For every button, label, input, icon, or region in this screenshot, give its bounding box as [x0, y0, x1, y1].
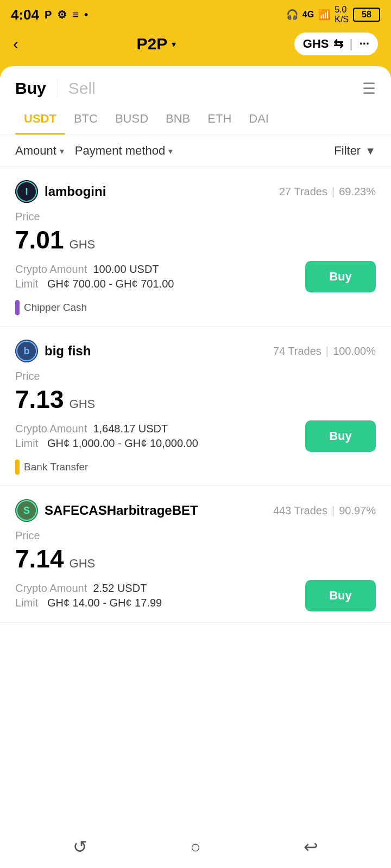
tab-sell[interactable]: Sell	[57, 79, 96, 98]
avatar-safecash: S	[15, 499, 38, 522]
nav-home-icon[interactable]: ○	[190, 837, 200, 857]
price-currency-bigfish: GHS	[70, 397, 96, 411]
filter-funnel-icon: ▼	[365, 145, 376, 157]
header-center: P2P ▾	[137, 35, 176, 53]
tab-usdt[interactable]: USDT	[15, 106, 65, 135]
status-bar: 4:04 P ⚙ ≡ • 🎧 4G 📶 5.0K/S 58	[0, 0, 391, 27]
payment-tag-lambogini: Chipper Cash	[15, 300, 376, 315]
amount-filter-label: Amount	[15, 144, 56, 158]
list-view-icon[interactable]: ☰	[362, 80, 376, 98]
nav-back-icon[interactable]: ↺	[73, 837, 87, 857]
buy-sell-row: Buy Sell ☰	[0, 66, 391, 98]
payment-color-dot-lambogini	[15, 300, 20, 315]
signal-icon: 📶	[318, 9, 330, 21]
details-left-safecash: Crypto Amount 2.52 USDT Limit GH¢ 14.00 …	[15, 582, 305, 611]
price-label-lambogini: Price	[15, 210, 376, 223]
svg-text:S: S	[23, 505, 30, 516]
details-left-lambogini: Crypto Amount 100.00 USDT Limit GH¢ 700.…	[15, 263, 305, 292]
details-left-bigfish: Crypto Amount 1,648.17 USDT Limit GH¢ 1,…	[15, 423, 305, 452]
limit-line-safecash: Limit GH¢ 14.00 - GH¢ 17.99	[15, 597, 305, 609]
completion-rate-safecash: 90.97%	[339, 505, 376, 517]
listing-header-safecash: S SAFECASHarbitrageBET 443 Trades | 90.9…	[15, 499, 376, 522]
price-row-safecash: 7.14 GHS	[15, 544, 376, 573]
app-header: ‹ P2P ▾ GHS ⇆ | ···	[0, 27, 391, 66]
crypto-amount-val-bigfish: 1,648.17 USDT	[93, 423, 168, 435]
menu-status-icon: ≡	[72, 9, 79, 21]
settings-status-icon: ⚙	[57, 8, 67, 21]
exchange-icon: ⇆	[333, 37, 343, 51]
filter-label: Filter	[334, 144, 361, 158]
details-row-safecash: Crypto Amount 2.52 USDT Limit GH¢ 14.00 …	[15, 580, 376, 611]
svg-text:l: l	[25, 186, 28, 197]
listing-lambogini: l lambogini 27 Trades | 69.23% Price 7.0…	[0, 167, 391, 327]
crypto-amount-val-safecash: 2.52 USDT	[93, 582, 147, 594]
listing-header: l lambogini 27 Trades | 69.23%	[15, 180, 376, 203]
main-card: Buy Sell ☰ USDT BTC BUSD BNB ETH DAI Amo…	[0, 66, 391, 826]
payment-color-dot-bigfish	[15, 459, 20, 475]
listing-bigfish: b big fish 74 Trades | 100.00% Price 7.1…	[0, 327, 391, 486]
tab-dai[interactable]: DAI	[240, 106, 278, 135]
tab-btc[interactable]: BTC	[65, 106, 106, 135]
more-options-icon[interactable]: ···	[360, 37, 369, 51]
currency-label: GHS	[303, 37, 329, 51]
crypto-amount-line-lambogini: Crypto Amount 100.00 USDT	[15, 263, 305, 276]
limit-line-bigfish: Limit GH¢ 1,000.00 - GH¢ 10,000.00	[15, 437, 305, 450]
trade-stats-safecash: 443 Trades | 90.97%	[273, 505, 376, 517]
speed-text: 5.0K/S	[335, 5, 349, 24]
headphone-icon: 🎧	[286, 9, 298, 21]
trades-count-bigfish: 74 Trades	[273, 345, 321, 358]
price-currency-lambogini: GHS	[70, 238, 96, 252]
crypto-amount-line-safecash: Crypto Amount 2.52 USDT	[15, 582, 305, 595]
payment-tag-bigfish: Bank Transfer	[15, 459, 376, 475]
seller-name-safecash: SAFECASHarbitrageBET	[45, 503, 198, 518]
amount-arrow-icon: ▾	[60, 146, 64, 156]
price-value-lambogini: 7.01	[15, 225, 64, 254]
header-divider: |	[350, 37, 353, 51]
buy-button-safecash[interactable]: Buy	[305, 580, 376, 611]
listing-header-bigfish: b big fish 74 Trades | 100.00%	[15, 340, 376, 362]
limit-val-lambogini: GH¢ 700.00 - GH¢ 701.00	[47, 278, 174, 290]
payment-method-bigfish: Bank Transfer	[24, 461, 88, 473]
buy-button-lambogini[interactable]: Buy	[305, 261, 376, 292]
bottom-nav: ↺ ○ ↩	[0, 826, 391, 868]
price-currency-safecash: GHS	[70, 557, 96, 571]
dot-icon: •	[84, 9, 88, 21]
seller-name-bigfish: big fish	[45, 343, 91, 359]
seller-info-safecash: S SAFECASHarbitrageBET	[15, 499, 198, 522]
status-time: 4:04	[11, 7, 39, 23]
details-row-bigfish: Crypto Amount 1,648.17 USDT Limit GH¢ 1,…	[15, 420, 376, 452]
buy-button-bigfish[interactable]: Buy	[305, 420, 376, 452]
price-row-lambogini: 7.01 GHS	[15, 225, 376, 254]
limit-val-bigfish: GH¢ 1,000.00 - GH¢ 10,000.00	[47, 437, 198, 449]
price-row-bigfish: 7.13 GHS	[15, 385, 376, 414]
payment-filter-label: Payment method	[75, 144, 165, 158]
currency-selector[interactable]: GHS ⇆ | ···	[294, 33, 378, 55]
payment-filter[interactable]: Payment method ▾	[75, 144, 173, 158]
nav-recent-icon[interactable]: ↩	[304, 837, 318, 857]
seller-info-bigfish: b big fish	[15, 340, 91, 362]
battery-indicator: 58	[353, 8, 380, 22]
avatar-bigfish: b	[15, 340, 38, 362]
tab-buy[interactable]: Buy	[15, 79, 57, 98]
tab-bnb[interactable]: BNB	[157, 106, 199, 135]
completion-rate-bigfish: 100.00%	[333, 345, 376, 358]
details-row-lambogini: Crypto Amount 100.00 USDT Limit GH¢ 700.…	[15, 261, 376, 292]
avatar-lambogini: l	[15, 180, 38, 203]
tab-busd[interactable]: BUSD	[106, 106, 157, 135]
price-label-safecash: Price	[15, 529, 376, 542]
amount-filter[interactable]: Amount ▾	[15, 144, 64, 158]
back-button[interactable]: ‹	[13, 35, 18, 53]
trades-count-safecash: 443 Trades	[273, 505, 327, 517]
completion-rate-lambogini: 69.23%	[339, 186, 376, 198]
listing-safecash: S SAFECASHarbitrageBET 443 Trades | 90.9…	[0, 486, 391, 623]
limit-line-lambogini: Limit GH¢ 700.00 - GH¢ 701.00	[15, 278, 305, 290]
network-icon: 4G	[302, 10, 314, 20]
payment-method-lambogini: Chipper Cash	[24, 302, 87, 314]
filter-button[interactable]: Filter ▼	[334, 144, 376, 158]
price-value-bigfish: 7.13	[15, 385, 64, 414]
tab-eth[interactable]: ETH	[199, 106, 240, 135]
trade-stats-lambogini: 27 Trades | 69.23%	[279, 186, 376, 198]
crypto-amount-val-lambogini: 100.00 USDT	[93, 263, 159, 275]
p2p-dropdown-icon[interactable]: ▾	[172, 39, 176, 49]
trade-stats-bigfish: 74 Trades | 100.00%	[273, 345, 376, 358]
